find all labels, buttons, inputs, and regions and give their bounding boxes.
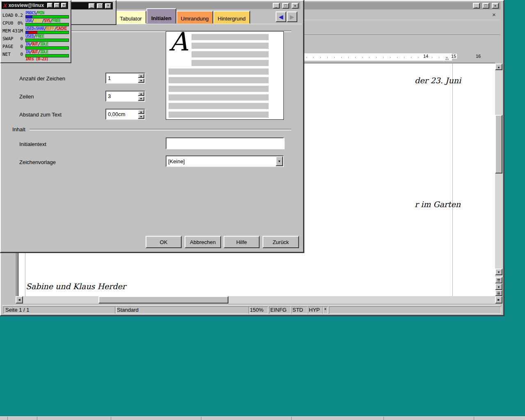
navigation-button[interactable]: ● [495, 283, 502, 290]
xosview-close-button[interactable]: × [61, 3, 66, 8]
page-bar [25, 46, 69, 50]
status-insert-mode[interactable]: EINFG [269, 306, 291, 314]
spin-down-button[interactable]: ▼ [138, 114, 144, 119]
arrow-left-icon: ◀ [279, 14, 283, 20]
spin-down-button[interactable]: ▼ [138, 78, 144, 83]
minimize-button[interactable]: _ [473, 3, 480, 9]
close-document-icon[interactable]: × [492, 11, 496, 18]
taskbar-separator [111, 417, 111, 420]
lines-spinbox[interactable]: 3 ▲ ▼ [105, 91, 145, 102]
dialog-minimize-button[interactable]: _ [273, 3, 280, 9]
ksnapshot-minimize-button[interactable]: _ [89, 3, 95, 9]
next-page-button[interactable]: ⇊ [495, 290, 502, 296]
ruler-number: 16 [476, 54, 481, 59]
tab-scroll-forward-button[interactable]: ▶ [287, 11, 297, 22]
xosview-row-page: PAGE 0 IN/OUT/IDLE [2, 42, 68, 49]
arrow-right-icon: ▶ [290, 14, 294, 20]
group-line [30, 129, 291, 130]
vertical-scroll-thumb[interactable] [495, 115, 502, 173]
lines-label: Zeilen [19, 94, 34, 100]
tab-tabulator[interactable]: Tabulator [115, 11, 146, 24]
vertical-scrollbar[interactable]: ▲ ▼ ⇈ ● ⇊ [495, 64, 502, 296]
xosview-maximize-button[interactable]: □ [54, 3, 59, 8]
previous-page-button[interactable]: ⇈ [495, 277, 502, 283]
preview-line [169, 77, 269, 83]
charstyle-label: Zeichenvorlage [19, 159, 56, 165]
tab-scroll-back-button[interactable]: ◀ [276, 11, 286, 22]
dropcap-preview: A [166, 31, 284, 120]
num-chars-spinbox[interactable]: 1 ▲ ▼ [105, 73, 145, 84]
spin-up-button[interactable]: ▲ [138, 110, 144, 114]
document-line: der 23. Juni [415, 76, 461, 85]
ksnapshot-close-button[interactable]: × [105, 3, 111, 9]
ruler-number: 14 [422, 54, 429, 59]
ok-button[interactable]: OK [146, 236, 182, 248]
charstyle-dropdown-button[interactable]: ▼ [276, 156, 283, 166]
spin-down-button[interactable]: ▼ [138, 96, 144, 101]
preview-line [169, 68, 269, 75]
taskbar-separator [7, 417, 8, 420]
dialog-maximize-button[interactable]: □ [282, 3, 289, 9]
xosview-row-mem: MEM 431M USED+SHAR/BUFF/CACHI [2, 26, 68, 34]
horizontal-scrollbar[interactable]: ◀ ▶ [16, 296, 502, 304]
back-button[interactable]: Zurück [262, 236, 299, 248]
xosview-title: xosview@linux [9, 2, 44, 8]
scroll-down-button[interactable]: ▼ [495, 269, 502, 275]
chevron-down-icon: ▼ [278, 160, 281, 163]
scroll-right-button[interactable]: ▶ [495, 296, 502, 304]
status-modified-flag[interactable]: * [322, 306, 328, 314]
status-page[interactable]: Seite 1 / 1 [3, 306, 116, 314]
text-boundary-right [452, 64, 453, 296]
ksnapshot-maximize-button[interactable]: □ [97, 3, 103, 9]
initialtext-label: Initialentext [19, 141, 46, 147]
desktop: Absat UM fvwm [0, 0, 525, 420]
cancel-button[interactable]: Abbrechen [185, 236, 221, 248]
tab-hintergrund[interactable]: Hintergrund [213, 11, 250, 24]
preview-line [192, 43, 269, 49]
status-hyperlink-mode[interactable]: HYP [308, 306, 323, 314]
taskbar-strip [0, 416, 525, 420]
swap-bar [25, 39, 69, 42]
num-chars-label: Anzahl der Zeichen [19, 75, 65, 82]
preview-line [169, 86, 269, 92]
status-pagestyle[interactable]: Standard [115, 306, 250, 314]
xosview-row-ints-partial: INTs (0-23) [25, 57, 68, 61]
taskbar-separator [291, 417, 292, 420]
cpu-bar [25, 23, 69, 26]
initialtext-input[interactable] [166, 137, 284, 149]
tab-initialen[interactable]: Initialen [146, 8, 176, 24]
distance-spinbox[interactable]: 0,00cm ▲ ▼ [105, 109, 145, 120]
help-button[interactable]: Hilfe [224, 236, 260, 248]
status-zoom[interactable]: 150% [249, 306, 268, 314]
scroll-left-button[interactable]: ◀ [16, 296, 23, 304]
dropcap-letter: A [169, 27, 188, 57]
scroll-up-button[interactable]: ▲ [495, 64, 502, 70]
dialog-close-button[interactable]: × [292, 3, 299, 9]
xosview-titlebar[interactable]: X xosview@linux _ □ × [2, 2, 68, 9]
spin-up-button[interactable]: ▲ [138, 73, 144, 78]
status-empty-cell [329, 306, 501, 314]
spin-up-button[interactable]: ▲ [138, 91, 144, 96]
group-label-inhalt: Inhalt [12, 126, 25, 132]
close-button[interactable]: × [492, 3, 499, 9]
xosview-icon: X [3, 2, 7, 9]
xosview-row-load: LOAD 0.2 PROCS/MIN [2, 11, 68, 18]
xosview-minimize-button[interactable]: _ [47, 3, 52, 8]
distance-label: Abstand zum Text [19, 112, 62, 118]
preview-line [169, 94, 269, 100]
xosview-row-swap: SWAP 0 USED/FREE [2, 34, 68, 41]
preview-line [169, 112, 269, 118]
statusbar: Seite 1 / 1 Standard 150% EINFG STD HYP … [2, 305, 500, 314]
status-selection-mode[interactable]: STD [291, 306, 308, 314]
taskbar-separator [474, 417, 474, 420]
taskbar-separator [383, 417, 384, 420]
right-indent-marker[interactable]: △ [445, 56, 449, 60]
load-bar [25, 15, 69, 18]
horizontal-scroll-thumb[interactable] [98, 296, 228, 304]
charstyle-dropdown[interactable]: [Keine] [166, 155, 284, 167]
taskbar-separator [37, 417, 37, 420]
xosview-row-net: NET 0 IN/OUT/IDLE [2, 50, 68, 57]
maximize-button[interactable]: □ [482, 3, 489, 9]
tab-umrandung[interactable]: Umrandung [176, 11, 213, 24]
document-line: Sabine und Klaus Herder [26, 282, 126, 291]
